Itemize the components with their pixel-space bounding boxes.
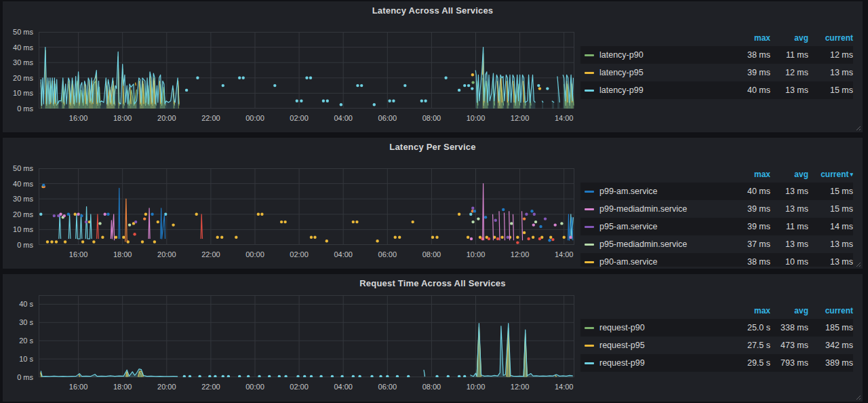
legend-series-name[interactable]: p90-am.service [599, 257, 727, 267]
legend-series-swatch[interactable] [585, 327, 594, 329]
series-point-unlabeled-red [496, 237, 499, 240]
chart-canvas[interactable] [39, 295, 574, 377]
series-point-request-p99 [379, 375, 382, 377]
legend-series-swatch[interactable] [585, 72, 594, 74]
series-point-latency-p99 [222, 84, 224, 87]
legend-series-name[interactable]: request-p99 [599, 358, 727, 368]
panel-resize-handle[interactable] [854, 124, 861, 131]
legend-series-swatch[interactable] [585, 362, 594, 364]
series-point-unlabeled-red [516, 241, 519, 244]
series-point-request-p99 [303, 375, 306, 377]
series-point-p90-am.service [431, 236, 434, 239]
x-tick-label: 00:00 [239, 250, 271, 259]
legend-row[interactable]: p99-mediadmin.service39 ms13 ms15 ms [580, 200, 853, 218]
legend-series-name[interactable]: request-p90 [599, 323, 727, 332]
legend-value-avg: 473 ms [770, 341, 808, 350]
legend-row[interactable]: latency-p9940 ms13 ms15 ms [580, 81, 853, 99]
series-point-latency-p95 [538, 87, 541, 90]
legend-value-current: 15 ms [808, 85, 853, 95]
legend-header-avg[interactable]: avg [770, 170, 808, 179]
legend-value-max: 40 ms [727, 85, 770, 95]
y-tick-label: 10 ms [3, 225, 33, 234]
series-point-p99-mediadmin.service [104, 213, 106, 216]
legend-series-name[interactable]: request-p95 [599, 341, 727, 350]
chart-canvas[interactable] [39, 168, 574, 245]
legend-series-name[interactable]: latency-p95 [599, 68, 727, 77]
legend-series-swatch[interactable] [585, 191, 594, 193]
x-tick-label: 18:00 [107, 113, 138, 123]
panel-resize-handle[interactable] [854, 394, 861, 400]
legend-series-swatch[interactable] [585, 345, 594, 347]
x-tick-label: 22:00 [195, 250, 226, 259]
legend-series-swatch[interactable] [585, 261, 594, 263]
legend-series-swatch[interactable] [585, 244, 594, 246]
legend-row[interactable]: p99-am.service40 ms13 ms15 ms [580, 183, 853, 200]
legend-series-swatch[interactable] [585, 90, 594, 92]
series-point-latency-p99 [300, 100, 302, 102]
legend-header-current[interactable]: current▾ [808, 170, 853, 179]
legend-value-max: 29.5 s [727, 358, 770, 368]
legend-header-max[interactable]: max [727, 170, 770, 179]
chart-canvas[interactable] [39, 32, 574, 109]
legend-series-swatch[interactable] [585, 226, 594, 228]
series-point-request-p99 [447, 375, 450, 377]
legend-row[interactable]: p95-mediadmin.service37 ms13 ms13 ms [580, 235, 853, 253]
legend-series-name[interactable]: latency-p90 [599, 50, 727, 60]
legend-value-max: 39 ms [727, 204, 770, 214]
series-point-p90-am.service [92, 240, 95, 243]
series-point-latency-p99 [185, 89, 188, 92]
panel-title[interactable]: Latency Across All Services [3, 5, 863, 16]
series-point-p95-am.service [134, 220, 137, 223]
legend-series-name[interactable]: p95-mediadmin.service [599, 239, 727, 249]
series-point-p90-am.service [394, 236, 397, 239]
panel-title[interactable]: Request Time Across All Services [3, 278, 863, 288]
series-point-request-p99 [331, 375, 334, 377]
legend-value-current: 342 ms [808, 341, 853, 350]
series-point-p90-am.service [326, 239, 328, 242]
legend-header-current[interactable]: current [808, 306, 853, 315]
legend-value-current: 13 ms [808, 239, 853, 249]
legend-header-avg[interactable]: avg [770, 306, 808, 315]
series-point-latency-p99 [196, 77, 199, 79]
legend-value-avg: 13 ms [770, 204, 808, 214]
legend-row[interactable]: request-p9527.5 s473 ms342 ms [580, 337, 853, 354]
legend-series-swatch[interactable] [585, 208, 594, 210]
legend-header-avg[interactable]: avg [770, 33, 808, 43]
series-point-p90-am.service [157, 220, 159, 223]
series-point-p99-mediadmin.service [569, 236, 572, 239]
y-tick-label: 20 ms [3, 210, 33, 219]
series-point-p95-mediadmin.service [510, 222, 513, 225]
x-tick-label: 02:00 [283, 250, 315, 259]
panel-title[interactable]: Latency Per Service [3, 142, 863, 152]
series-point-p95-am.service [533, 213, 536, 216]
sort-caret-icon: ▾ [850, 171, 853, 178]
series-point-latency-p90 [471, 81, 474, 83]
legend-series-swatch[interactable] [585, 54, 594, 56]
legend-value-current: 12 ms [808, 50, 853, 60]
legend-series-name[interactable]: latency-p99 [599, 85, 727, 95]
legend-row[interactable]: request-p9025.0 s338 ms185 ms [580, 319, 853, 337]
legend-series-name[interactable]: p99-am.service [599, 187, 727, 196]
series-point-request-p99 [358, 375, 361, 377]
legend-row[interactable]: p95-am.service39 ms11 ms14 ms [580, 218, 853, 235]
legend-value-current: 15 ms [808, 204, 853, 214]
legend-row[interactable]: request-p9929.5 s793 ms389 ms [580, 354, 853, 372]
panel-resize-handle[interactable] [854, 261, 861, 267]
x-tick-label: 08:00 [416, 113, 447, 123]
legend-table: maxavgcurrentrequest-p9025.0 s338 ms185 … [580, 303, 853, 372]
legend-header-max[interactable]: max [727, 33, 770, 43]
legend-row[interactable]: latency-p9038 ms11 ms12 ms [580, 46, 853, 64]
series-point-p90-am.service [549, 236, 552, 239]
legend-header-max[interactable]: max [727, 306, 770, 315]
legend-series-name[interactable]: p99-mediadmin.service [599, 204, 727, 214]
legend-value-avg: 13 ms [770, 239, 808, 249]
legend-header-current[interactable]: current [808, 33, 853, 43]
legend-row[interactable]: latency-p9539 ms12 ms13 ms [580, 64, 853, 81]
legend-row[interactable]: p90-am.service38 ms10 ms13 ms [580, 253, 853, 267]
series-point-unlabeled-cyan [39, 213, 42, 216]
series-point-p95-am.service [525, 213, 528, 216]
series-point-unlabeled-orange [523, 217, 526, 220]
series-point-p90-am.service [283, 220, 286, 223]
legend-series-name[interactable]: p95-am.service [599, 222, 727, 231]
series-point-p95-mediadmin.service [477, 217, 479, 220]
